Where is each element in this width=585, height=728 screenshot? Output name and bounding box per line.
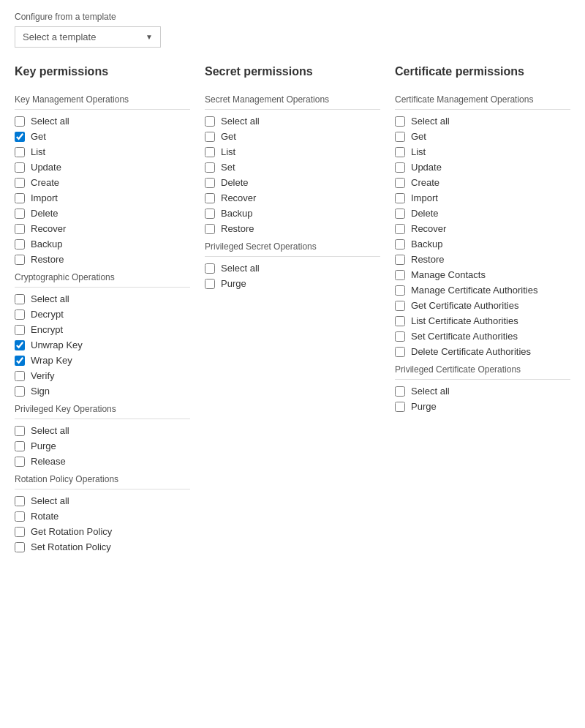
checkbox-key-0-6[interactable] [15,209,25,219]
checkbox-certificate-0-1[interactable] [395,132,405,142]
checkbox-label-key-0-9: Restore [31,254,64,265]
checkbox-secret-0-5[interactable] [205,193,215,203]
checkbox-item-key-1-1: Decrypt [15,309,190,320]
checkbox-key-3-0[interactable] [15,496,25,506]
checkbox-certificate-0-13[interactable] [395,316,405,326]
section-title-key-3: Rotation Policy Operations [15,474,190,484]
checkbox-label-secret-0-4: Delete [221,177,249,188]
checkbox-certificate-0-14[interactable] [395,331,405,342]
checkbox-key-1-0[interactable] [15,294,25,304]
checkbox-label-certificate-0-1: Get [411,131,426,142]
checkbox-key-0-1[interactable] [15,132,25,142]
checkbox-item-key-0-7: Recover [15,223,190,234]
checkbox-secret-0-3[interactable] [205,162,215,173]
checkbox-label-secret-1-1: Purge [221,278,246,289]
checkbox-label-certificate-0-4: Create [411,177,439,188]
checkbox-item-key-0-9: Restore [15,254,190,265]
certificate-header: Certificate permissions [395,65,570,81]
checkbox-key-2-0[interactable] [15,426,25,436]
checkbox-secret-0-4[interactable] [205,178,215,188]
checkbox-item-secret-0-5: Recover [205,192,380,203]
checkbox-secret-0-0[interactable] [205,116,215,127]
checkbox-certificate-0-4[interactable] [395,178,405,188]
checkbox-certificate-0-10[interactable] [395,270,405,280]
checkbox-certificate-0-3[interactable] [395,162,405,173]
checkbox-key-0-3[interactable] [15,162,25,173]
section-title-secret-1: Privileged Secret Operations [205,241,380,252]
checkbox-item-key-1-2: Encrypt [15,324,190,335]
checkbox-label-certificate-0-12: Get Certificate Authorities [411,300,518,311]
checkbox-key-1-6[interactable] [15,386,25,397]
checkbox-label-certificate-0-14: Set Certificate Authorities [411,331,518,342]
checkbox-label-key-0-2: List [31,146,45,157]
checkbox-key-3-2[interactable] [15,527,25,537]
checkbox-item-certificate-1-0: Select all [395,386,570,397]
checkbox-certificate-0-7[interactable] [395,224,405,234]
checkbox-label-key-0-5: Import [31,192,58,203]
checkbox-key-1-1[interactable] [15,309,25,320]
checkbox-label-certificate-0-7: Recover [411,223,446,234]
checkbox-certificate-0-11[interactable] [395,285,405,296]
checkbox-item-key-3-1: Rotate [15,511,190,522]
checkbox-secret-0-6[interactable] [205,209,215,219]
checkbox-item-secret-0-2: List [205,146,380,157]
checkbox-item-secret-0-1: Get [205,131,380,142]
section-key-3: Rotation Policy OperationsSelect allRota… [15,474,190,552]
checkbox-label-certificate-0-8: Backup [411,239,442,249]
checkbox-key-2-2[interactable] [15,457,25,467]
checkbox-certificate-0-9[interactable] [395,255,405,265]
checkbox-certificate-0-15[interactable] [395,347,405,357]
checkbox-key-1-5[interactable] [15,371,25,381]
checkbox-item-key-2-1: Purge [15,440,190,451]
section-title-certificate-0: Certificate Management Operations [395,94,570,105]
checkbox-certificate-0-8[interactable] [395,239,405,249]
checkbox-item-key-0-1: Get [15,131,190,142]
checkbox-secret-0-2[interactable] [205,147,215,157]
checkbox-certificate-0-0[interactable] [395,116,405,127]
checkbox-key-1-4[interactable] [15,356,25,366]
checkbox-key-3-3[interactable] [15,542,25,552]
checkbox-item-secret-1-1: Purge [205,278,380,289]
checkbox-label-key-1-6: Sign [31,386,50,397]
checkbox-key-1-3[interactable] [15,340,25,350]
checkbox-key-0-4[interactable] [15,178,25,188]
checkbox-secret-0-1[interactable] [205,132,215,142]
checkbox-key-3-1[interactable] [15,511,25,522]
checkbox-key-0-2[interactable] [15,147,25,157]
permissions-grid: Key permissionsKey Management Operations… [15,65,570,560]
checkbox-certificate-1-1[interactable] [395,402,405,412]
checkbox-label-key-1-4: Wrap Key [31,355,72,366]
checkbox-key-2-1[interactable] [15,441,25,451]
checkbox-label-certificate-0-0: Select all [411,116,450,127]
checkbox-item-key-0-6: Delete [15,208,190,219]
checkbox-key-0-8[interactable] [15,239,25,249]
checkbox-certificate-1-0[interactable] [395,386,405,397]
checkbox-key-0-9[interactable] [15,255,25,265]
checkbox-label-key-0-1: Get [31,131,46,142]
checkbox-label-key-0-0: Select all [31,116,69,127]
section-title-key-0: Key Management Operations [15,94,190,105]
checkbox-secret-1-0[interactable] [205,263,215,274]
checkbox-item-key-2-0: Select all [15,425,190,436]
section-title-secret-0: Secret Management Operations [205,94,380,105]
checkbox-item-certificate-1-1: Purge [395,401,570,412]
checkbox-certificate-0-2[interactable] [395,147,405,157]
checkbox-label-key-1-3: Unwrap Key [31,339,83,350]
checkbox-certificate-0-6[interactable] [395,209,405,219]
template-dropdown[interactable]: Select a template ▼ [15,26,161,48]
checkbox-key-0-7[interactable] [15,224,25,234]
checkbox-label-key-0-3: Update [31,162,61,173]
checkbox-secret-1-1[interactable] [205,279,215,289]
checkbox-item-secret-0-6: Backup [205,208,380,219]
checkbox-certificate-0-5[interactable] [395,193,405,203]
checkbox-label-certificate-0-2: List [411,146,426,157]
checkbox-label-certificate-0-11: Manage Certificate Authorities [411,285,537,296]
checkbox-secret-0-7[interactable] [205,224,215,234]
section-title-key-1: Cryptographic Operations [15,272,190,282]
checkbox-key-0-5[interactable] [15,193,25,203]
checkbox-label-certificate-1-0: Select all [411,386,450,397]
checkbox-key-0-0[interactable] [15,116,25,127]
checkbox-key-1-2[interactable] [15,325,25,335]
checkbox-certificate-0-12[interactable] [395,301,405,311]
checkbox-item-certificate-0-11: Manage Certificate Authorities [395,285,570,296]
